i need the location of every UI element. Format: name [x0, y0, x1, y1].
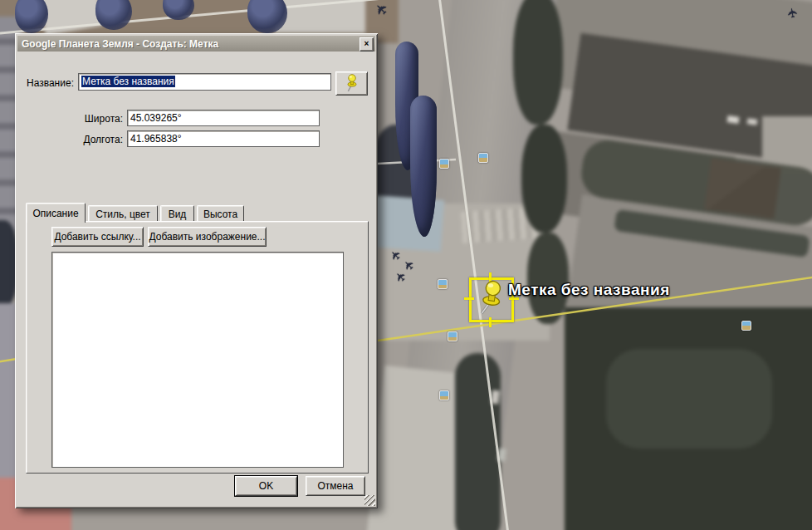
latitude-input[interactable]: 45.039265°	[127, 110, 320, 126]
dialog-title: Google Планета Земля - Создать: Метка	[22, 38, 218, 50]
name-label: Название:	[27, 77, 74, 89]
longitude-label: Долгота:	[65, 134, 123, 145]
pushpin-style-button[interactable]	[335, 71, 368, 96]
add-image-button[interactable]: Добавить изображение...	[148, 227, 267, 247]
latitude-label: Широта:	[65, 113, 123, 125]
tab-altitude[interactable]: Высота	[197, 205, 244, 222]
cypress-tree-3d	[410, 96, 437, 237]
selection-tick	[464, 297, 474, 300]
tree-3d	[95, 0, 132, 30]
airplane-model: ✈	[388, 248, 404, 264]
photo-icon[interactable]	[438, 279, 448, 289]
close-icon[interactable]: ×	[360, 37, 374, 52]
resize-grip[interactable]	[364, 495, 375, 506]
tree-3d	[247, 0, 287, 33]
selection-tick	[489, 317, 492, 327]
photo-icon[interactable]	[478, 153, 488, 163]
dialog-titlebar[interactable]: Google Планета Земля - Создать: Метка ×	[17, 36, 375, 52]
longitude-input[interactable]: 41.965838°	[127, 130, 320, 147]
photo-icon[interactable]	[741, 321, 751, 331]
tree-3d	[15, 0, 48, 33]
add-link-button[interactable]: Добавить ссылку...	[51, 227, 144, 247]
photo-icon[interactable]	[439, 159, 449, 169]
tree-3d	[163, 0, 194, 20]
name-input[interactable]: Метка без названия	[78, 73, 331, 91]
photo-icon[interactable]	[439, 390, 449, 400]
tab-view[interactable]: Вид	[160, 205, 194, 222]
name-input-selected-text: Метка без названия	[81, 76, 175, 87]
airplane-model: ✈	[372, 0, 391, 19]
photo-icon[interactable]	[448, 331, 457, 341]
ok-button[interactable]: OK	[235, 476, 297, 496]
create-placemark-dialog: Google Планета Земля - Создать: Метка × …	[15, 33, 378, 508]
placemark-map-label: Метка без названия	[508, 281, 670, 299]
placemark-pushpin-icon[interactable]	[475, 278, 508, 320]
tab-style-color[interactable]: Стиль, цвет	[88, 205, 158, 222]
cancel-button[interactable]: Отмена	[306, 476, 365, 496]
pushpin-icon	[345, 74, 360, 93]
tab-description[interactable]: Описание	[26, 203, 86, 223]
airplane-model: ✈	[785, 7, 800, 19]
description-textarea[interactable]	[51, 252, 344, 468]
